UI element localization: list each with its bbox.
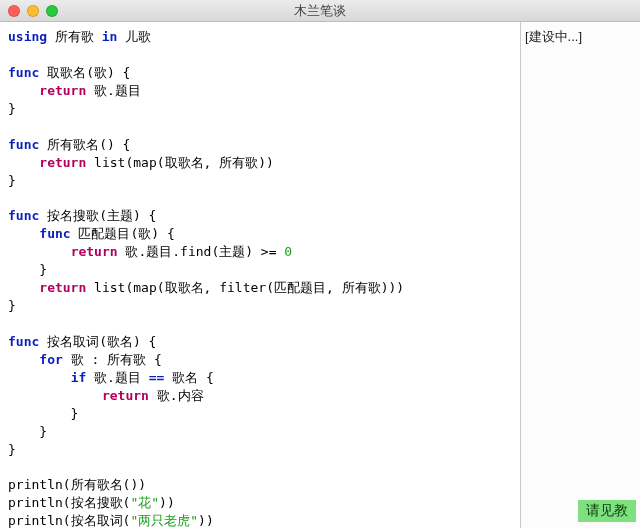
content-area: using 所有歌 in 儿歌 func 取歌名(歌) { return 歌.题… [0, 22, 640, 528]
sidebar-status: [建设中...] [525, 28, 636, 46]
window-title: 木兰笔谈 [294, 2, 346, 20]
code-text: 儿歌 [117, 29, 151, 44]
string-literal: "花" [130, 495, 159, 510]
code-text: println(所有歌名()) [8, 477, 146, 492]
code-text: } [8, 173, 16, 188]
keyword-if: if [71, 370, 87, 385]
code-text: } [8, 424, 47, 439]
code-text: 所有歌名() { [39, 137, 130, 152]
keyword-return: return [39, 83, 86, 98]
number-literal: 0 [284, 244, 292, 259]
keyword-return: return [39, 155, 86, 170]
keyword-in: in [102, 29, 118, 44]
close-icon[interactable] [8, 5, 20, 17]
code-text: 按名搜歌(主题) { [39, 208, 156, 223]
code-text: 歌名 { [164, 370, 213, 385]
indent [8, 244, 71, 259]
titlebar: 木兰笔谈 [0, 0, 640, 22]
code-text: 歌.题目 [86, 83, 141, 98]
code-text: 匹配题目(歌) { [71, 226, 175, 241]
code-text: println(按名取词( [8, 513, 130, 528]
string-literal: "两只老虎" [130, 513, 198, 528]
indent [8, 280, 39, 295]
minimize-icon[interactable] [27, 5, 39, 17]
code-text: 歌.题目.find(主题) >= [118, 244, 285, 259]
keyword-for: for [39, 352, 62, 367]
code-text: } [8, 406, 78, 421]
code-text: 歌.题目 [86, 370, 148, 385]
traffic-lights [8, 5, 58, 17]
code-text: list(map(取歌名, 所有歌)) [86, 155, 274, 170]
code-editor[interactable]: using 所有歌 in 儿歌 func 取歌名(歌) { return 歌.题… [0, 22, 520, 528]
keyword-func: func [8, 334, 39, 349]
code-text: 歌 : 所有歌 { [63, 352, 162, 367]
code-text: 取歌名(歌) { [39, 65, 130, 80]
keyword-using: using [8, 29, 47, 44]
code-text: 歌.内容 [149, 388, 204, 403]
keyword-func: func [8, 137, 39, 152]
code-text: } [8, 101, 16, 116]
indent [8, 352, 39, 367]
zoom-icon[interactable] [46, 5, 58, 17]
code-text: } [8, 298, 16, 313]
code-text: } [8, 262, 47, 277]
keyword-func: func [8, 208, 39, 223]
keyword-func: func [39, 226, 70, 241]
sidebar-footer-button[interactable]: 请见教 [578, 500, 636, 522]
code-text: 按名取词(歌名) { [39, 334, 156, 349]
keyword-return: return [39, 280, 86, 295]
code-text: )) [198, 513, 214, 528]
keyword-return: return [102, 388, 149, 403]
sidebar: [建设中...] 请见教 [520, 22, 640, 528]
operator-eq: == [149, 370, 165, 385]
keyword-return: return [71, 244, 118, 259]
indent [8, 226, 39, 241]
code-text: println(按名搜歌( [8, 495, 130, 510]
code-text: } [8, 442, 16, 457]
indent [8, 370, 71, 385]
indent [8, 155, 39, 170]
code-text: 所有歌 [47, 29, 102, 44]
indent [8, 83, 39, 98]
code-text: )) [159, 495, 175, 510]
keyword-func: func [8, 65, 39, 80]
indent [8, 388, 102, 403]
code-text: list(map(取歌名, filter(匹配题目, 所有歌))) [86, 280, 404, 295]
